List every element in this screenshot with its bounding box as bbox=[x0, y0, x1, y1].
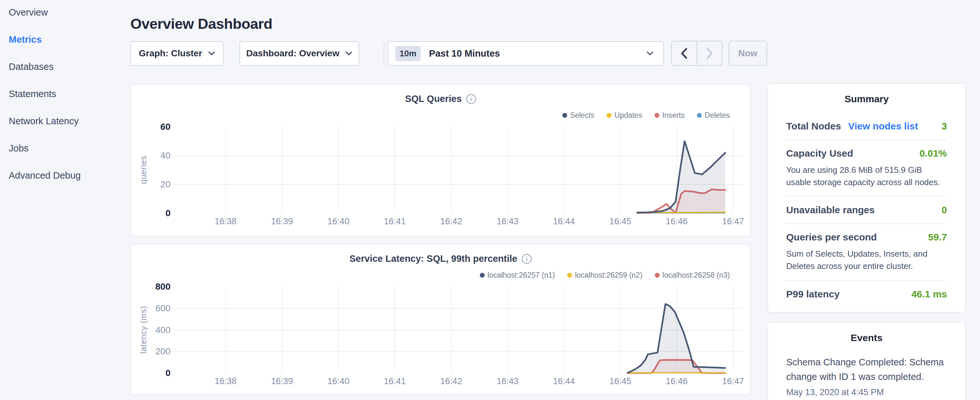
chevron-down-icon bbox=[345, 51, 352, 56]
summary-link-view-nodes-list[interactable]: View nodes list bbox=[848, 121, 918, 132]
summary-row-label: Capacity Used bbox=[786, 148, 853, 159]
summary-row-unavailable-ranges: Unavailable ranges0 bbox=[786, 197, 947, 224]
chevron-down-icon bbox=[646, 51, 654, 56]
chevron-right-icon bbox=[705, 46, 714, 60]
now-button[interactable]: Now bbox=[729, 41, 767, 66]
summary-row-label: Queries per second bbox=[786, 232, 877, 243]
chevron-down-icon bbox=[208, 51, 215, 56]
summary-row-subtext: You are using 28.6 MiB of 515.9 GiB usab… bbox=[786, 164, 947, 188]
graph-scope-label: Graph: Cluster bbox=[139, 48, 202, 59]
summary-row-capacity-used: Capacity Used0.01%You are using 28.6 MiB… bbox=[786, 140, 947, 197]
summary-panel: Summary Total NodesView nodes list3Capac… bbox=[767, 83, 966, 312]
summary-rows: Total NodesView nodes list3Capacity Used… bbox=[786, 113, 947, 308]
sidebar-item-databases[interactable]: Databases bbox=[9, 62, 129, 72]
sidebar-item-jobs[interactable]: Jobs bbox=[9, 143, 129, 154]
time-pager bbox=[671, 41, 722, 66]
summary-row-label: Unavailable ranges bbox=[786, 204, 875, 215]
summary-row-p99-latency: P99 latency46.1 ms bbox=[786, 281, 947, 308]
next-range-button[interactable] bbox=[697, 41, 722, 65]
sidebar-item-overview[interactable]: Overview bbox=[9, 7, 129, 18]
summary-row-value: 59.7 bbox=[928, 232, 947, 243]
graph-scope-dropdown[interactable]: Graph: Cluster bbox=[130, 41, 224, 66]
sidebar-item-statements[interactable]: Statements bbox=[9, 89, 129, 99]
page-title: Overview Dashboard bbox=[130, 16, 272, 32]
sidebar-nav: OverviewMetricsDatabasesStatementsNetwor… bbox=[0, 0, 129, 198]
events-list: Schema Change Completed: Schema change w… bbox=[768, 355, 965, 397]
events-panel: Events Schema Change Completed: Schema c… bbox=[767, 322, 966, 400]
summary-row-queries-per-second: Queries per second59.7Sum of Selects, Up… bbox=[786, 224, 947, 280]
event-timestamp: May 13, 2020 at 4:45 PM bbox=[786, 387, 947, 397]
summary-row-value: 46.1 ms bbox=[912, 288, 947, 300]
chart-plot-area[interactable] bbox=[131, 84, 751, 237]
sidebar-item-metrics[interactable]: Metrics bbox=[9, 34, 129, 45]
chart-plot-area[interactable] bbox=[131, 244, 751, 395]
summary-row-label: P99 latency bbox=[786, 288, 840, 300]
summary-row-total-nodes: Total NodesView nodes list3 bbox=[786, 113, 947, 140]
chart-plot bbox=[131, 244, 750, 395]
summary-row-subtext: Sum of Selects, Updates, Inserts, and De… bbox=[786, 248, 947, 272]
sidebar-item-advanced-debug[interactable]: Advanced Debug bbox=[9, 170, 129, 181]
summary-title: Summary bbox=[768, 94, 965, 105]
time-range-badge: 10m bbox=[395, 46, 421, 61]
events-title: Events bbox=[768, 332, 965, 343]
time-range-label: Past 10 Minutes bbox=[429, 48, 646, 59]
sql-queries-chart-card: SQL Queries i SelectsUpdatesInsertsDelet… bbox=[130, 84, 751, 237]
time-range-selector[interactable]: 10m Past 10 Minutes bbox=[388, 41, 664, 66]
sidebar-item-network-latency[interactable]: Network Latency bbox=[9, 116, 129, 126]
toolbar-divider bbox=[384, 42, 384, 65]
summary-row-value: 3 bbox=[942, 121, 947, 132]
prev-range-button[interactable] bbox=[672, 41, 697, 65]
event-item: Schema Change Completed: Schema change w… bbox=[786, 355, 947, 397]
summary-row-label: Total Nodes bbox=[786, 121, 841, 132]
event-text: Schema Change Completed: Schema change w… bbox=[786, 355, 947, 384]
service-latency-chart-card: Service Latency: SQL, 99th percentile i … bbox=[130, 244, 751, 395]
summary-row-value: 0 bbox=[942, 204, 947, 215]
summary-row-value: 0.01% bbox=[920, 148, 947, 159]
dashboard-dropdown[interactable]: Dashboard: Overview bbox=[239, 41, 359, 66]
db-console-page: OverviewMetricsDatabasesStatementsNetwor… bbox=[0, 0, 980, 400]
chart-plot bbox=[131, 84, 750, 236]
dashboard-label: Dashboard: Overview bbox=[246, 48, 339, 59]
chevron-left-icon bbox=[680, 46, 689, 60]
